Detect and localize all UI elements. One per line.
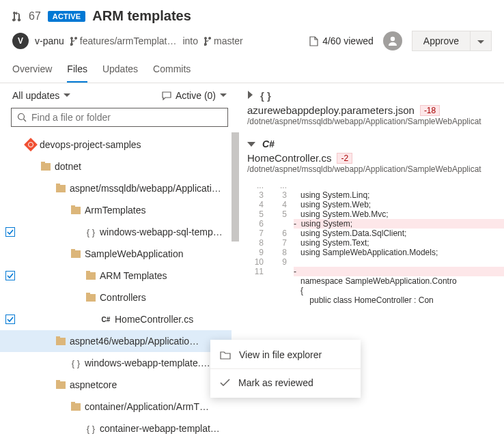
file-icon (309, 36, 318, 46)
ctx-view-explorer[interactable]: View in file explorer (210, 341, 361, 369)
tab-overview[interactable]: Overview (12, 63, 52, 83)
tree-label: devops-project-samples (40, 139, 232, 150)
tree-label: ArmTemplates (85, 205, 232, 216)
collapse-toggle[interactable] (247, 91, 253, 101)
tree-item[interactable]: aspnetcore (0, 374, 232, 396)
context-menu: View in file explorer Mark as reviewed (210, 340, 361, 398)
tree-item[interactable]: aspnet46/webapp/Applicatio…··· (0, 330, 232, 352)
tree-item[interactable]: aspnet/mssqldb/webapp/Applicati… (0, 177, 232, 199)
diff-line: 76 using System.Data.SqlClient; (247, 229, 504, 238)
reviewer-avatar[interactable] (383, 31, 402, 50)
diff-line: 87 using System.Text; (247, 238, 504, 248)
csharp-icon: C# (262, 138, 275, 149)
chevron-down-icon (477, 40, 484, 44)
tree-label: aspnet/mssqldb/webapp/Applicati… (70, 183, 232, 194)
svg-point-1 (18, 114, 25, 120)
row-checkbox[interactable] (0, 227, 20, 237)
check-icon (220, 379, 230, 387)
tree-label: aspnetcore (70, 379, 232, 390)
diff-line: 109 (247, 257, 504, 267)
tree-item[interactable]: { }windows-webapp-template.… (0, 352, 232, 374)
row-checkbox[interactable] (0, 315, 20, 324)
diff-badge: -18 (420, 105, 440, 116)
ctx-mark-reviewed[interactable]: Mark as reviewed (210, 369, 361, 396)
diff-line: { (247, 286, 504, 295)
chevron-down-icon (220, 93, 227, 98)
pull-request-icon (12, 11, 22, 22)
file-path: /dotnet/aspnet/mssqldb/webapp/Applicatio… (247, 164, 504, 174)
branch-icon (70, 37, 77, 46)
diff-line: 11- (247, 267, 504, 276)
tree-label: windows-webapp-sql-temp… (100, 227, 232, 237)
approve-button[interactable]: Approve (412, 31, 471, 51)
search-icon (17, 113, 27, 122)
tree-item[interactable]: dotnet (0, 156, 232, 177)
tree-label: container/Application/ArmT… (85, 401, 232, 412)
tree-label: aspnet46/webapp/Applicatio… (70, 336, 207, 347)
comment-icon (162, 91, 171, 100)
diff-line: namespace SampleWebApplication.Contro (247, 276, 504, 286)
tab-commits[interactable]: Commits (153, 63, 191, 83)
approve-dropdown[interactable] (471, 31, 492, 51)
target-branch[interactable]: master (204, 35, 243, 46)
diff-line: 44 using System.Web; (247, 200, 504, 209)
row-checkbox[interactable] (0, 271, 20, 280)
tree-label: windows-webapp-template.… (85, 357, 232, 368)
comments-filter[interactable]: Active (0) (162, 90, 227, 101)
chevron-down-icon (247, 141, 255, 147)
svg-rect-4 (6, 272, 15, 280)
source-branch[interactable]: features/armTemplat… (70, 35, 177, 46)
status-badge: ACTIVE (48, 11, 86, 22)
branch-icon (204, 37, 211, 46)
diff-line: ...... (247, 181, 504, 190)
file-path: /dotnet/aspnet/mssqldb/webapp/Applicatio… (247, 117, 504, 126)
tree-item[interactable]: devops-project-samples (0, 134, 232, 156)
collapse-toggle[interactable] (247, 139, 255, 149)
tab-files[interactable]: Files (67, 63, 87, 83)
folder-icon (220, 351, 231, 360)
viewed-counter: 4/60 viewed (309, 35, 374, 46)
checkbox-checked-icon (5, 271, 15, 280)
diff-line: public class HomeController : Con (247, 295, 504, 305)
tree-label: container-webapp-templat… (100, 423, 232, 434)
tabs: Overview Files Updates Commits (0, 54, 504, 83)
json-icon: { } (260, 90, 271, 102)
diff-line: 6- using System; (247, 219, 504, 229)
diff-line: 98 using SampleWebApplication.Models; (247, 248, 504, 257)
tree-item[interactable]: { }windows-webapp-sql-temp… (0, 221, 232, 243)
tree-item[interactable]: { }container-webapp-templat… (0, 418, 232, 438)
svg-rect-3 (6, 228, 15, 237)
tree-item[interactable]: container/Application/ArmT… (0, 396, 232, 418)
svg-point-0 (391, 37, 395, 41)
tree-label: HomeController.cs (115, 314, 232, 325)
tree-item[interactable]: SampleWebApplication (0, 243, 232, 265)
tree-label: Controllers (100, 292, 232, 303)
tree-label: ARM Templates (100, 270, 232, 281)
tree-item[interactable]: Controllers (0, 287, 232, 308)
checkbox-checked-icon (5, 315, 15, 324)
svg-rect-5 (6, 315, 15, 324)
checkbox-checked-icon (5, 227, 15, 237)
diff-line: 55 using System.Web.Mvc; (247, 209, 504, 219)
tree-label: dotnet (55, 161, 232, 172)
file-name[interactable]: azurewebappdeploy.parameters.json (247, 104, 415, 116)
tree-item[interactable]: ARM Templates (0, 265, 232, 287)
chevron-down-icon (64, 93, 70, 98)
search-input[interactable] (11, 108, 228, 127)
diff-line: 33 using System.Linq; (247, 190, 504, 200)
avatar[interactable]: V (12, 33, 29, 49)
into-label: into (182, 35, 198, 46)
tree-label: SampleWebApplication (85, 248, 232, 259)
chevron-right-icon (247, 91, 253, 99)
tree-item[interactable]: C#HomeController.cs (0, 308, 232, 330)
page-title: ARM templates (92, 8, 191, 24)
diff-badge: -2 (337, 153, 352, 164)
tree-item[interactable]: ArmTemplates (0, 199, 232, 221)
svg-line-2 (24, 119, 27, 122)
tab-updates[interactable]: Updates (102, 63, 138, 83)
username[interactable]: v-panu (35, 35, 64, 46)
pr-number: 67 (29, 10, 41, 23)
updates-filter[interactable]: All updates (12, 90, 70, 101)
file-name[interactable]: HomeController.cs (247, 152, 331, 164)
